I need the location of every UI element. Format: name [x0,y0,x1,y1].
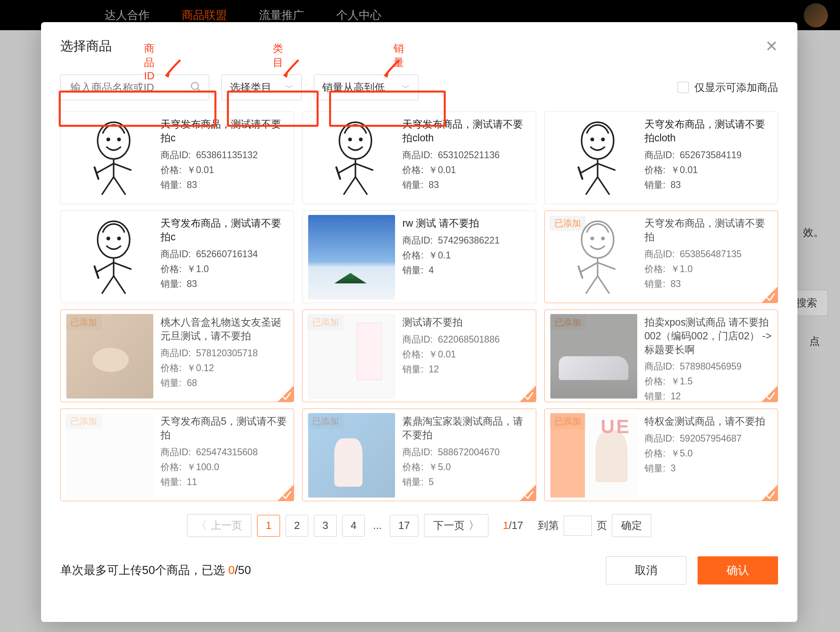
product-card[interactable]: 已添加 素鼎淘宝家装测试商品，请不要拍 商品ID: 588672004670 价… [302,409,536,501]
svg-point-4 [118,138,120,140]
svg-point-2 [98,122,130,159]
product-price: 价格: ￥1.5 [644,375,772,388]
search-wrapper [60,74,209,100]
product-title: 天穹发布商品，测试请不要拍c [161,217,288,244]
page-jump-go-button[interactable]: 确定 [612,514,651,537]
product-info: 天穹发布商品，测试请不要拍cloth 商品ID: 652673584119 价格… [644,116,772,200]
product-thumbnail [550,413,637,498]
category-select[interactable]: 选择类目 ﹀ [221,74,302,100]
pagination: 〈上一页 1234...17 下一页〉 1/17 到第 页 确定 [60,514,778,537]
product-price: 价格: ￥0.01 [161,164,288,176]
svg-point-0 [191,83,199,90]
product-info: 特权金测试商品，请不要拍 商品ID: 592057954687 价格: ￥5.0… [644,413,765,497]
product-id: 商品ID: 653856487135 [644,248,772,260]
product-card[interactable]: 已添加 天穹发布商品，测试请不要拍 商品ID: 653856487135 价格:… [544,211,778,303]
product-id: 商品ID: 588672004670 [402,446,530,459]
product-price: 价格: ￥0.01 [644,164,772,176]
product-price: 价格: ￥1.0 [644,263,772,275]
checkbox-box [677,82,689,93]
svg-point-12 [107,237,109,240]
product-card[interactable]: 已添加 特权金测试商品，请不要拍 商品ID: 592057954687 价格: … [544,409,778,501]
modal-title: 选择商品 [60,37,112,55]
product-sales: 销量: 12 [402,363,500,376]
product-info: 测试请不要拍 商品ID: 622068501886 价格: ￥0.01 销量: … [402,314,500,398]
product-sales: 销量: 3 [644,462,765,475]
product-sales: 销量: 12 [644,390,772,402]
chevron-down-icon: ﹀ [402,82,410,93]
product-sales: 销量: 83 [161,179,288,191]
prev-page-button[interactable]: 〈上一页 [187,514,251,537]
product-info: 天穹发布商品，测试请不要拍c 商品ID: 653861135132 价格: ￥0… [161,116,288,200]
sort-select[interactable]: 销量从高到低 ﹀ [314,74,418,100]
chevron-left-icon: 〈 [196,518,207,533]
product-price: 价格: ￥0.12 [161,362,288,374]
chevron-right-icon: 〉 [469,518,479,533]
product-info: 天穹发布商品5，测试请不要拍 商品ID: 625474315608 价格: ￥1… [161,413,288,497]
search-input[interactable] [60,74,209,100]
check-corner-icon [278,485,294,501]
svg-point-10 [602,138,604,140]
check-corner-icon [762,287,778,303]
product-thumbnail [550,314,637,399]
cancel-button[interactable]: 取消 [606,556,686,584]
product-info: 素鼎淘宝家装测试商品，请不要拍 商品ID: 588672004670 价格: ￥… [402,413,530,497]
product-card[interactable]: 天穹发布商品，测试请不要拍cloth 商品ID: 653102521136 价格… [302,112,536,204]
product-info: 天穹发布商品，测试请不要拍c 商品ID: 652660716134 价格: ￥1… [161,215,288,299]
product-card[interactable]: 已添加 天穹发布商品5，测试请不要拍 商品ID: 625474315608 价格… [60,409,294,501]
search-icon[interactable] [190,81,202,96]
product-card[interactable]: 天穹发布商品，测试请不要拍cloth 商品ID: 652673584119 价格… [544,112,778,204]
product-id: 商品ID: 653861135132 [161,149,288,161]
product-card[interactable]: 已添加 测试请不要拍 商品ID: 622068501886 价格: ￥0.01 … [302,310,536,402]
chevron-down-icon: ﹀ [285,82,293,93]
product-info: 天穹发布商品，测试请不要拍 商品ID: 653856487135 价格: ￥1.… [644,215,772,299]
check-corner-icon [762,485,778,501]
product-info: 拍卖xpos测试商品 请不要拍002（编码002，门店02） -> 标题要长啊 … [644,314,772,398]
page-jump-input[interactable] [564,516,592,536]
product-id: 商品ID: 652660716134 [161,248,288,260]
svg-point-13 [118,237,120,240]
product-id: 商品ID: 592057954687 [644,432,765,445]
confirm-button[interactable]: 确认 [698,556,778,584]
product-sales: 销量: 11 [161,476,288,488]
check-corner-icon [278,386,294,402]
product-thumbnail [66,116,153,200]
page-number-3[interactable]: 3 [314,515,336,537]
product-title: 天穹发布商品，测试请不要拍c [161,118,288,145]
product-id: 商品ID: 578120305718 [161,347,288,359]
product-card[interactable]: rw 测试 请不要拍 商品ID: 574296386221 价格: ￥0.1 销… [302,211,536,303]
product-id: 商品ID: 652673584119 [644,149,772,161]
product-card[interactable]: 已添加 桃木八音盒礼物送女友圣诞元旦测试，请不要拍 商品ID: 57812030… [60,310,294,402]
product-sales: 销量: 5 [402,476,530,488]
product-sales: 销量: 83 [402,179,530,191]
product-id: 商品ID: 578980456959 [644,360,772,373]
product-card[interactable]: 天穹发布商品，测试请不要拍c 商品ID: 653861135132 价格: ￥0… [60,112,294,204]
product-title: 天穹发布商品，测试请不要拍 [644,217,772,244]
only-addable-checkbox[interactable]: 仅显示可添加商品 [677,81,778,95]
product-info: 桃木八音盒礼物送女友圣诞元旦测试，请不要拍 商品ID: 578120305718… [161,314,288,398]
product-card[interactable]: 天穹发布商品，测试请不要拍c 商品ID: 652660716134 价格: ￥1… [60,211,294,303]
product-id: 商品ID: 625474315608 [161,446,288,459]
page-number-1[interactable]: 1 [257,515,280,537]
product-title: 特权金测试商品，请不要拍 [644,415,765,428]
product-thumbnail [308,215,395,299]
sort-select-label: 销量从高到低 [322,81,385,95]
product-title: 素鼎淘宝家装测试商品，请不要拍 [402,415,530,442]
page-number-4[interactable]: 4 [342,515,365,537]
page-number-2[interactable]: 2 [286,515,308,537]
product-title: 天穹发布商品5，测试请不要拍 [161,415,288,442]
close-icon[interactable]: ✕ [765,37,778,55]
checkbox-label: 仅显示可添加商品 [694,81,778,95]
next-page-button[interactable]: 下一页〉 [424,514,488,537]
product-price: 价格: ￥5.0 [402,461,530,473]
product-card[interactable]: 已添加 拍卖xpos测试商品 请不要拍002（编码002，门店02） -> 标题… [544,310,778,402]
product-price: 价格: ￥100.0 [161,461,288,473]
svg-point-8 [581,122,614,159]
svg-point-3 [107,138,109,140]
product-thumbnail [66,413,153,498]
page-number-17[interactable]: 17 [390,515,418,537]
product-title: rw 测试 请不要拍 [402,217,500,230]
product-price: 价格: ￥1.0 [161,263,288,275]
svg-point-16 [602,237,604,240]
product-sales: 销量: 68 [161,377,288,389]
product-price: 价格: ￥5.0 [644,447,765,460]
